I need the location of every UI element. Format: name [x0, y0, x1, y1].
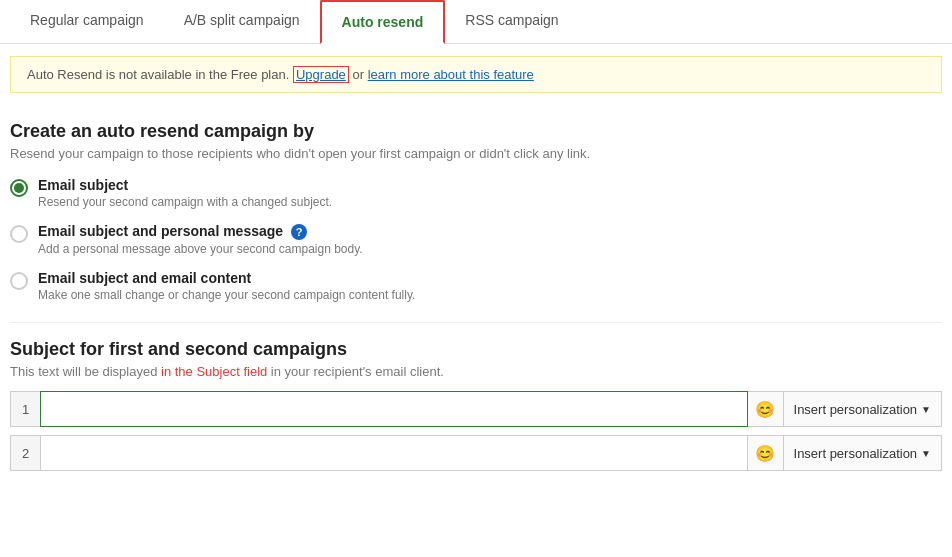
radio-email-subject-indicator[interactable]: [10, 179, 28, 197]
subject-input-row-1: 1 😊 Insert personalization ▼: [10, 391, 942, 427]
banner-text: Auto Resend is not available in the Free…: [27, 67, 289, 82]
tab-regular-campaign[interactable]: Regular campaign: [10, 0, 164, 44]
upgrade-link[interactable]: Upgrade: [293, 66, 349, 83]
radio-personal-message-indicator[interactable]: [10, 225, 28, 243]
emoji-button-2[interactable]: 😊: [748, 435, 784, 471]
radio-email-subject-content: Email subject Resend your second campaig…: [38, 177, 332, 209]
chevron-down-icon: ▼: [921, 404, 931, 415]
radio-personal-message-desc: Add a personal message above your second…: [38, 242, 363, 256]
tab-bar: Regular campaign A/B split campaign Auto…: [0, 0, 952, 44]
radio-group-options: Email subject Resend your second campaig…: [10, 177, 942, 302]
create-section-subtitle: Resend your campaign to those recipients…: [10, 146, 942, 161]
banner-separator: or: [352, 67, 367, 82]
subject-input-row-2: 2 😊 Insert personalization ▼: [10, 435, 942, 471]
row-number-2: 2: [10, 435, 40, 471]
radio-email-content-content: Email subject and email content Make one…: [38, 270, 415, 302]
radio-personal-message-content: Email subject and personal message ? Add…: [38, 223, 363, 256]
learn-more-link[interactable]: learn more about this feature: [368, 67, 534, 82]
subject-section-subtitle: This text will be displayed in the Subje…: [10, 364, 942, 379]
radio-email-subject-desc: Resend your second campaign with a chang…: [38, 195, 332, 209]
emoji-button-1[interactable]: 😊: [748, 391, 784, 427]
help-icon-personal-message[interactable]: ?: [291, 224, 307, 240]
subtitle-highlight: in the Subject field: [161, 364, 267, 379]
tab-auto-resend[interactable]: Auto resend: [320, 0, 446, 44]
chevron-down-icon-2: ▼: [921, 448, 931, 459]
insert-personalization-button-2[interactable]: Insert personalization ▼: [784, 435, 942, 471]
radio-email-content-desc: Make one small change or change your sec…: [38, 288, 415, 302]
radio-option-personal-message[interactable]: Email subject and personal message ? Add…: [10, 223, 942, 256]
create-section-title: Create an auto resend campaign by: [10, 121, 942, 142]
subject-section: Subject for first and second campaigns T…: [10, 322, 942, 471]
radio-email-content-label: Email subject and email content: [38, 270, 415, 286]
subject-input-1[interactable]: [40, 391, 748, 427]
tab-rss-campaign[interactable]: RSS campaign: [445, 0, 578, 44]
radio-email-subject-label: Email subject: [38, 177, 332, 193]
upgrade-banner: Auto Resend is not available in the Free…: [10, 56, 942, 93]
radio-personal-message-label: Email subject and personal message ?: [38, 223, 363, 240]
tab-ab-split-campaign[interactable]: A/B split campaign: [164, 0, 320, 44]
main-content: Create an auto resend campaign by Resend…: [0, 105, 952, 495]
radio-option-email-subject[interactable]: Email subject Resend your second campaig…: [10, 177, 942, 209]
insert-personalization-button-1[interactable]: Insert personalization ▼: [784, 391, 942, 427]
subject-input-2[interactable]: [40, 435, 748, 471]
subject-section-title: Subject for first and second campaigns: [10, 339, 942, 360]
radio-email-content-indicator[interactable]: [10, 272, 28, 290]
radio-option-email-content[interactable]: Email subject and email content Make one…: [10, 270, 942, 302]
row-number-1: 1: [10, 391, 40, 427]
